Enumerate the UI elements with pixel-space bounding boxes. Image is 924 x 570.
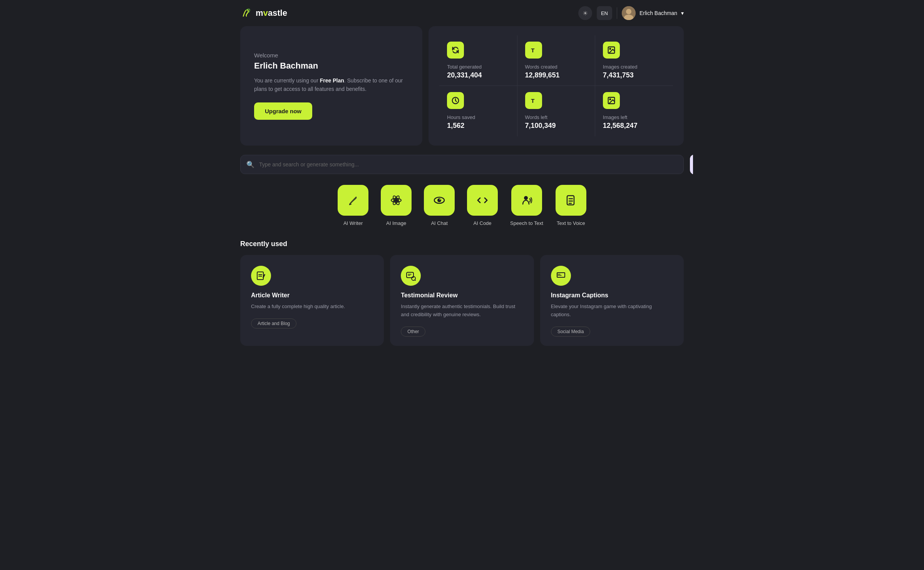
grid-toggle-button[interactable] [690,154,693,174]
logo: mvastle [240,7,287,19]
feature-card-article-writer[interactable]: Article Writer Create a fully complete h… [240,255,384,346]
tool-label-ai-chat: AI Chat [431,220,447,226]
welcome-card: Welcome Erlich Bachman You are currently… [240,26,422,146]
feature-title-instagram-captions: Instagram Captions [551,292,673,299]
top-row: Welcome Erlich Bachman You are currently… [240,26,684,146]
logo-icon [240,7,253,19]
tool-icon-speech-to-text [511,185,542,216]
stat-icon-images-created [603,42,620,59]
svg-point-9 [609,99,611,100]
stat-images-left: Images left 12,568,247 [595,86,673,136]
feature-icon-instagram-captions [551,266,571,286]
tool-icon-ai-code [467,185,498,216]
user-name: Erlich Bachman [639,10,677,16]
stat-value-hours-saved: 1,562 [447,122,509,130]
stat-value-total-generated: 20,331,404 [447,71,509,79]
stat-words-left: T Words left 7,100,349 [517,86,595,136]
svg-point-15 [395,199,398,202]
logo-text: mvastle [256,8,287,18]
stat-icon-words-left: T [525,92,542,109]
tool-label-ai-image: AI Image [386,220,406,226]
header: mvastle ☀ EN Erlich Bachman ▾ [231,0,693,26]
stat-label-words-left: Words left [525,114,587,120]
svg-point-1 [626,9,631,14]
tool-icon-ai-image [381,185,412,216]
stat-label-images-created: Images created [603,64,665,70]
tool-icon-ai-writer [338,185,368,216]
stat-total-generated: Total generated 20,331,404 [439,35,517,86]
tool-label-text-to-voice: Text to Voice [557,220,585,226]
language-button[interactable]: EN [597,6,612,20]
stat-icon-total-generated [447,42,464,59]
stat-icon-words-created: T [525,42,542,59]
feature-tag-testimonial-review: Other [401,327,425,337]
feature-card-testimonial-review[interactable]: Testimonial Review Instantly generate au… [390,255,534,346]
tool-item-text-to-voice[interactable]: Text to Voice [556,185,586,226]
avatar [622,6,636,20]
stat-hours-saved: Hours saved 1,562 [439,86,517,136]
search-input[interactable] [240,155,684,174]
tool-icon-text-to-voice [556,185,586,216]
feature-cards-row: Article Writer Create a fully complete h… [240,255,684,346]
feature-tag-instagram-captions: Social Media [551,327,591,337]
header-right: ☀ EN Erlich Bachman ▾ [578,6,684,20]
tool-item-ai-code[interactable]: AI Code [467,185,498,226]
tool-item-speech-to-text[interactable]: Speech to Text [510,185,543,226]
feature-card-instagram-captions[interactable]: Instagram Captions Elevate your Instagra… [540,255,684,346]
tool-icon-ai-chat [424,185,455,216]
stat-label-total-generated: Total generated [447,64,509,70]
svg-rect-36 [557,273,564,277]
svg-text:T: T [531,47,534,54]
svg-text:T: T [531,97,534,104]
stat-icon-images-left [603,92,620,109]
tool-item-ai-chat[interactable]: AI Chat [424,185,455,226]
stat-value-words-left: 7,100,349 [525,122,587,130]
feature-desc-instagram-captions: Elevate your Instagram game with captiva… [551,303,673,319]
tools-row: AI Writer AI Image AI Chat AI Code Speec… [240,185,684,226]
feature-desc-article-writer: Create a fully complete high quality art… [251,303,373,311]
welcome-description: You are currently using our Free Plan. S… [254,76,408,94]
stat-label-hours-saved: Hours saved [447,114,509,120]
tool-label-ai-writer: AI Writer [343,220,363,226]
svg-point-20 [437,198,441,202]
stat-label-words-created: Words created [525,64,587,70]
feature-icon-testimonial-review [401,266,421,286]
welcome-label: Welcome [254,52,408,59]
tool-item-ai-writer[interactable]: AI Writer [338,185,368,226]
feature-title-article-writer: Article Writer [251,292,373,299]
welcome-desc-pre: You are currently using our [254,77,320,84]
tool-label-ai-code: AI Code [474,220,492,226]
feature-icon-article-writer [251,266,271,286]
chevron-down-icon: ▾ [681,10,684,16]
tool-label-speech-to-text: Speech to Text [510,220,543,226]
tool-item-ai-image[interactable]: AI Image [381,185,412,226]
welcome-name: Erlich Bachman [254,61,408,71]
stat-label-images-left: Images left [603,114,665,120]
stat-value-images-left: 12,568,247 [603,122,665,130]
recently-used-title: Recently used [240,240,684,248]
plan-name: Free Plan [320,77,344,84]
header-divider [617,7,617,19]
theme-toggle-button[interactable]: ☀ [578,6,592,20]
svg-point-22 [524,196,528,200]
feature-tag-article-writer: Article and Blog [251,319,296,329]
stat-value-images-created: 7,431,753 [603,71,665,79]
stats-card: Total generated 20,331,404 T Words creat… [429,26,684,146]
main-content: Welcome Erlich Bachman You are currently… [231,26,693,361]
svg-line-34 [415,280,416,281]
search-icon: 🔍 [246,161,254,169]
stat-icon-hours-saved [447,92,464,109]
feature-title-testimonial-review: Testimonial Review [401,292,523,299]
feature-desc-testimonial-review: Instantly generate authentic testimonial… [401,303,523,319]
svg-point-5 [609,48,611,49]
recently-used-section: Recently used Article Writer Create a fu… [240,240,684,346]
stat-value-words-created: 12,899,651 [525,71,587,79]
upgrade-button[interactable]: Upgrade now [254,102,312,120]
user-menu-button[interactable]: Erlich Bachman ▾ [622,6,684,20]
stat-images-created: Images created 7,431,753 [595,35,673,86]
search-bar-container: 🔍 [240,155,684,174]
stat-words-created: T Words created 12,899,651 [517,35,595,86]
svg-point-21 [440,199,441,200]
